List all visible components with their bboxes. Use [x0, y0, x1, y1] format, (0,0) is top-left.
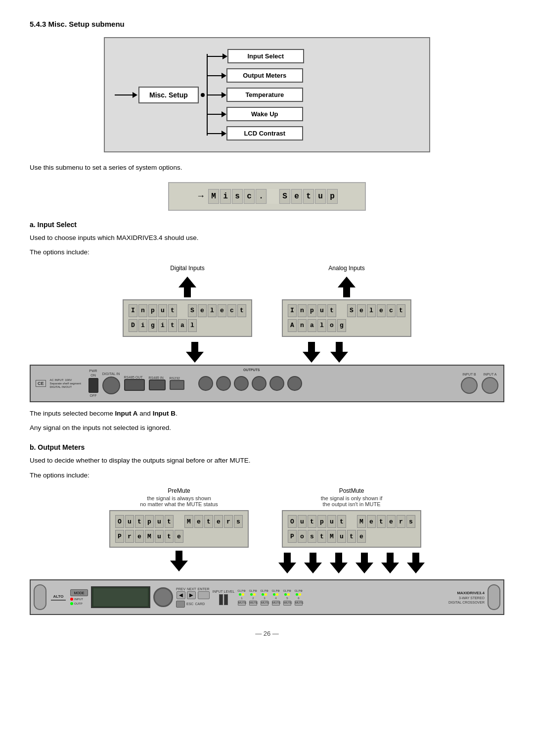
postmute-panel-container: PostMute the signal is only shown if the…	[278, 487, 425, 575]
premute-sub2: no matter what the MUTE status	[140, 501, 218, 507]
section-b-text1: Used to decide whether to display the ou…	[30, 455, 504, 466]
menu-item-wake-up: Wake Up	[207, 107, 417, 121]
menu-item-output-meters: Output Meters	[207, 68, 417, 83]
intro-text: Use this submenu to set a series of syst…	[30, 162, 504, 173]
postmute-sub1: the signal is only shown if	[321, 495, 383, 501]
menu-item-lcd-contrast: LCD Contrast	[207, 126, 417, 141]
lcd-arrow: →	[196, 191, 205, 201]
digital-panel-container: Digital Inputs Input SelectDigital	[123, 265, 252, 337]
premute-lcd: Output MetersPreMute	[109, 510, 249, 548]
analog-panel-container: Analog Inputs Input SelectAnalog	[282, 265, 411, 337]
section-a-text2: The options include:	[30, 247, 504, 258]
section-heading: 5.4.3 Misc. Setup submenu	[30, 20, 504, 28]
device-rear-panel: CE AC INPUT: 100V Separate shelf segment…	[30, 365, 504, 402]
postmute-lcd: Output MetersPostMute	[282, 510, 421, 548]
lcd-display-misc: → Misc. Setup	[168, 182, 366, 211]
analog-up-arrow	[338, 277, 356, 297]
misc-setup-box: Misc. Setup	[138, 87, 199, 103]
section-a-text1: Used to choose inputs which MAXIDRIVE3.4…	[30, 233, 504, 243]
digital-caption: Digital Inputs	[170, 265, 204, 272]
digital-lcd: Input SelectDigital	[123, 299, 252, 337]
menu-item-temperature: Temperature	[207, 88, 417, 102]
digital-down-arrow	[186, 342, 204, 363]
postmute-caption: PostMute	[339, 487, 364, 494]
premute-sub1: the signal is always shown	[147, 495, 211, 501]
output-panels-row: PreMute the signal is always shown no ma…	[30, 487, 504, 575]
section-a-text6: Any signal on the inputs not selected is…	[30, 423, 504, 433]
menu-diagram: Misc. Setup Input Select Outpu	[104, 37, 430, 152]
lcd-chars-row: Misc. Setup	[208, 189, 338, 204]
postmute-down-arrows	[278, 551, 425, 575]
postmute-sub2: the output isn't in MUTE	[322, 501, 380, 507]
analog-caption: Analog Inputs	[328, 265, 364, 272]
section-a-label: a. Input Select	[30, 221, 504, 229]
section-a: a. Input Select Used to choose inputs wh…	[30, 221, 504, 433]
section-b-label: b. Output Meters	[30, 443, 504, 451]
analog-right-arrows	[303, 340, 348, 365]
section-a-text3: The inputs selected become Input A and I…	[30, 408, 504, 419]
analog-lcd: Input SelectAnalog	[282, 299, 411, 337]
digital-up-arrow	[178, 277, 196, 297]
premute-down-arrow	[170, 551, 188, 571]
page-number: — 26 —	[30, 630, 504, 637]
device-front-panel: ALTO MODE INPUT OUTP	[30, 579, 504, 615]
page-container: 5.4.3 Misc. Setup submenu Misc. Setup	[30, 20, 504, 637]
section-b-text2: The options include:	[30, 470, 504, 481]
premute-caption: PreMute	[168, 487, 190, 494]
section-b: b. Output Meters Used to decide whether …	[30, 443, 504, 615]
menu-item-input-select: Input Select	[207, 49, 417, 63]
input-panels-row: Digital Inputs Input SelectDigital Analo…	[30, 265, 504, 337]
premute-panel-container: PreMute the signal is always shown no ma…	[109, 487, 249, 573]
